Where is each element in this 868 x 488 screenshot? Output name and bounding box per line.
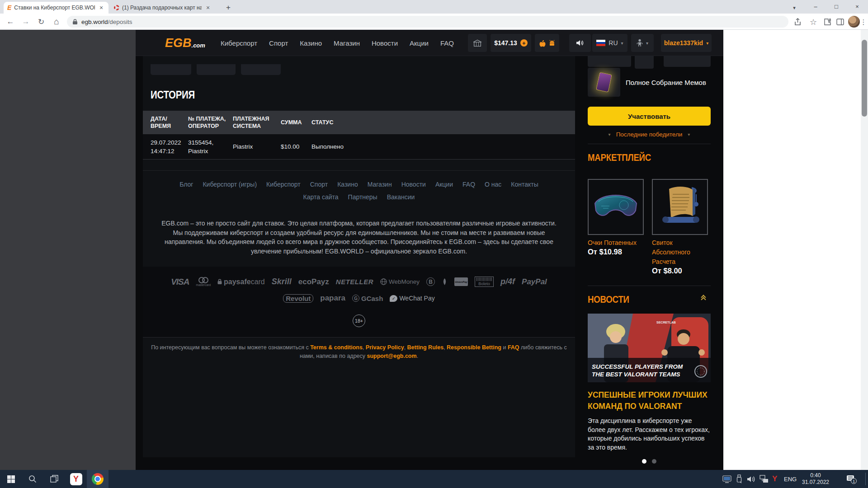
back-icon[interactable]: ← [4,15,17,28]
window-maximize-icon[interactable]: □ [826,0,846,13]
divider [588,144,711,144]
footer-link-sport[interactable]: Спорт [310,181,328,188]
forward-icon[interactable]: → [19,15,33,28]
chevron-down-icon[interactable]: ▾ [688,132,690,137]
marketplace-item[interactable]: Очки Потаенных От $10.98 [588,179,646,256]
footer-link-partners[interactable]: Партнеры [348,193,377,201]
history-table-row: 29.07.2022 14:47:12 3155454, Piastrix Pi… [143,134,575,160]
scrollbar-thumb[interactable] [862,40,867,117]
nav-promos[interactable]: Акции [410,39,429,47]
avatar[interactable] [848,16,860,28]
news-article-title[interactable]: УСПЕШНЫЕ ИГРОКИ ЛУЧШИХ КОМАНД ПО VALORAN… [588,389,711,412]
share-icon[interactable] [794,18,802,26]
tab-close-icon[interactable]: × [204,4,212,11]
join-giveaway-button[interactable]: Участвовать [588,107,711,126]
username: blaze1337kid [664,39,703,47]
footer-link-promos[interactable]: Акции [435,181,453,188]
support-email-link[interactable]: support@egb.com [367,353,417,359]
browser-tabstrip: E Ставки на Киберспорт EGB.WOR × (1) Раз… [0,0,868,14]
footer-link-cybersport-games[interactable]: Киберспорт (игры) [203,181,257,188]
nav-shop[interactable]: Магазин [334,39,360,47]
betting-rules-link[interactable]: Betting Rules [407,344,444,351]
item-name[interactable]: Очки Потаенных [588,238,646,248]
start-button[interactable] [0,470,22,488]
new-tab-icon[interactable]: + [222,2,234,14]
mascot-menu-button[interactable]: ▾ [631,34,654,52]
egb-logo[interactable]: EGB.com [165,36,205,50]
reload-icon[interactable]: ↻ [34,15,48,28]
language-indicator[interactable]: ENG [784,470,797,488]
faq-link[interactable]: FAQ [508,344,519,351]
sound-toggle-button[interactable] [569,34,591,52]
collapse-news-icon[interactable] [702,296,705,301]
tray-yandex-icon[interactable]: Y [772,470,777,488]
nav-sport[interactable]: Спорт [269,39,288,47]
screen: E Ставки на Киберспорт EGB.WOR × (1) Раз… [0,0,868,488]
window-minimize-icon[interactable]: – [806,0,826,13]
tab-giveaway[interactable]: (1) Раздача подарочных карт на × [110,2,215,14]
window-close-icon[interactable]: × [847,0,867,13]
tray-volume-icon[interactable] [747,470,755,488]
side-panel-icon[interactable] [836,18,844,26]
tray-display-icon[interactable] [722,470,731,488]
terms-link[interactable]: Terms & conditions [310,344,363,351]
item-name[interactable]: Свиток Абсолютного Расчета [652,238,711,267]
payment-method-card[interactable] [241,64,281,75]
mobile-apps-button[interactable] [535,34,559,52]
news-article-image[interactable]: SECRETLAB SUCCESSFUL PLAYERS FROM THE BE… [588,314,711,382]
footer-link-jobs[interactable]: Вакансии [387,193,415,201]
nav-news[interactable]: Новости [372,39,398,47]
footer-link-cybersport[interactable]: Киберспорт [266,181,301,188]
payment-method-card[interactable] [151,64,191,75]
tray-network-icon[interactable] [760,470,769,488]
nav-casino[interactable]: Казино [300,39,322,47]
column-header-payment: № ПЛАТЕЖА, ОПЕРАТОР [188,115,233,130]
extensions-icon[interactable] [824,18,831,26]
address-bar[interactable]: egb.world/deposits [67,16,788,28]
footer-link-sitemap[interactable]: Карта сайта [303,193,339,201]
latest-winners-link[interactable]: Последние победители [616,131,683,138]
tab-egb[interactable]: E Ставки на Киберспорт EGB.WOR × [4,2,108,14]
show-desktop-strip[interactable] [865,473,866,485]
privacy-link[interactable]: Privacy Policy [366,344,404,351]
nav-cybersport[interactable]: Киберспорт [221,39,257,47]
chrome-taskbar-button[interactable] [87,470,108,488]
footer-link-shop[interactable]: Магазин [368,181,392,188]
footer-link-faq[interactable]: FAQ [462,181,475,188]
chevron-down-icon: ▾ [621,41,623,46]
footer-link-contacts[interactable]: Контакты [511,181,538,188]
tray-usb-icon[interactable] [736,470,742,488]
user-menu-button[interactable]: blaze1337kid ▾ [661,34,712,52]
home-icon[interactable]: ⌂ [50,15,63,28]
nav-faq[interactable]: FAQ [440,39,454,47]
bookmark-star-icon[interactable]: ☆ [807,16,819,28]
action-center-button[interactable]: 1 [846,470,855,488]
scrollbar[interactable] [861,30,868,470]
browser-toolbar: ← → ↻ ⌂ egb.world/deposits ☆ ⋮ [0,14,868,30]
task-view-button[interactable] [43,470,65,488]
tab-close-icon[interactable]: × [98,4,105,11]
taskbar-search-button[interactable] [22,470,43,488]
kebab-menu-icon[interactable]: ⋮ [860,16,867,28]
language-selector[interactable]: RU ▾ [592,34,627,52]
footer-link-about[interactable]: О нас [485,181,501,188]
footer-link-blog[interactable]: Блог [179,181,193,188]
carousel-dot-active[interactable] [642,459,646,464]
language-code: RU [609,39,618,47]
footer-link-news[interactable]: Новости [401,181,426,188]
news-article-text: Эта дисциплина в киберспорте уже более д… [588,417,711,452]
marketplace-item[interactable]: Свиток Абсолютного Расчета От $8.00 [652,179,711,275]
clock[interactable]: 0:40 31.07.2022 [799,472,832,486]
yandex-browser-button[interactable]: Y [65,470,87,488]
tab-search-icon[interactable]: ▾ [788,2,800,14]
payment-bitcoin-logo: B [426,277,435,286]
carousel-dot[interactable] [652,459,656,464]
loot-box-button[interactable] [468,34,487,52]
footer-link-casino[interactable]: Казино [337,181,358,188]
giveaway-thumbnail[interactable] [588,68,620,97]
balance-button[interactable]: $147.13 + [491,34,531,52]
chevron-down-icon[interactable]: ▾ [609,132,611,137]
responsible-betting-link[interactable]: Responsible Betting [447,344,501,351]
news-caption-line1: SUCCESSFUL PLAYERS FROM [592,363,683,370]
payment-method-card[interactable] [197,64,236,75]
